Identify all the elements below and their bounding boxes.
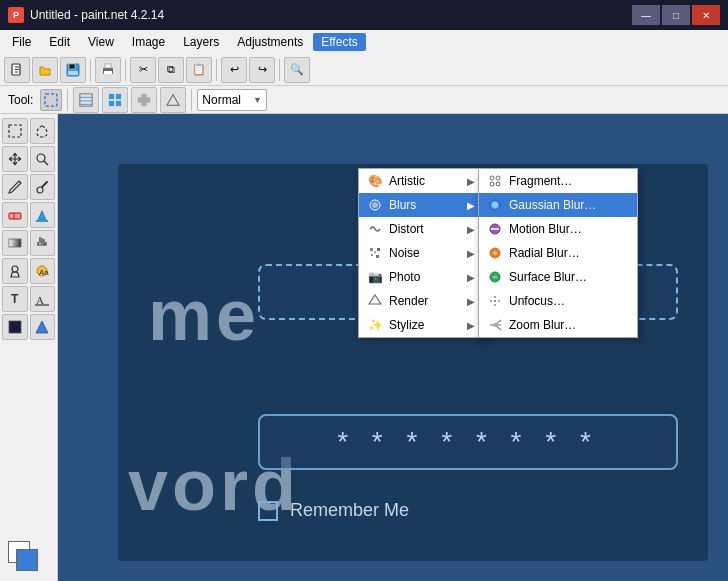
blend-icon-3[interactable] [131,87,157,113]
toolbar2-sep2 [191,89,192,111]
tool-row-6: Aa [2,258,55,284]
svg-point-50 [492,202,498,208]
save-button[interactable] [60,57,86,83]
tool-text[interactable]: T [2,286,28,312]
svg-point-38 [372,202,378,208]
svg-rect-35 [9,321,21,333]
zoom-in-button[interactable]: 🔍 [284,57,310,83]
window-controls: — □ ✕ [632,5,720,25]
main-toolbar: ✂ ⧉ 📋 ↩ ↪ 🔍 [0,54,728,86]
color-preview[interactable] [8,541,38,571]
svg-point-47 [490,182,494,186]
tool-zoom[interactable] [30,146,56,172]
menu-edit[interactable]: Edit [41,33,78,51]
menu-file[interactable]: File [4,33,39,51]
svg-line-24 [44,161,48,165]
surface-icon [487,269,503,285]
effects-stylize[interactable]: ✨ Stylize ▶ [359,313,487,337]
effects-distort[interactable]: Distort ▶ [359,217,487,241]
motion-label: Motion Blur… [509,222,582,236]
artistic-arrow: ▶ [467,176,475,187]
blur-radial[interactable]: Radial Blur… [479,241,637,265]
effects-photo[interactable]: 📷 Photo ▶ [359,265,487,289]
effects-dropdown: 🎨 Artistic ▶ Blurs ▶ [358,168,488,338]
effects-render[interactable]: Render ▶ [359,289,487,313]
svg-marker-36 [36,321,48,333]
undo-button[interactable]: ↩ [221,57,247,83]
tool-move[interactable] [2,146,28,172]
menu-view[interactable]: View [80,33,122,51]
new-button[interactable] [4,57,30,83]
tool-eraser[interactable] [2,202,28,228]
remember-me-checkbox[interactable] [258,501,278,521]
svg-rect-15 [109,93,114,98]
effects-noise[interactable]: Noise ▶ [359,241,487,265]
blend-icon-1[interactable] [73,87,99,113]
svg-marker-44 [369,295,381,304]
menu-image[interactable]: Image [124,33,173,51]
blurs-submenu: Fragment… Gaussian Blur… [478,168,638,338]
svg-rect-42 [371,254,373,256]
radial-label: Radial Blur… [509,246,580,260]
blur-motion[interactable]: Motion Blur… [479,217,637,241]
tool-fill[interactable] [30,202,56,228]
paste-button[interactable]: 📋 [186,57,212,83]
open-button[interactable] [32,57,58,83]
tool-recolor[interactable]: Aa [30,258,56,284]
svg-rect-6 [68,71,78,75]
tool-clone-stamp[interactable] [2,258,28,284]
tool-shape2[interactable] [30,314,56,340]
photo-label: Photo [389,270,420,284]
active-tool-icon [40,89,62,111]
tool-row-3 [2,174,55,200]
menu-effects[interactable]: Effects [313,33,365,51]
tool-rectangle-select[interactable] [2,118,28,144]
stylize-arrow: ▶ [467,320,475,331]
photo-icon: 📷 [367,269,383,285]
svg-rect-20 [142,93,147,105]
svg-point-62 [493,323,497,327]
cut-button[interactable]: ✂ [130,57,156,83]
blur-fragment[interactable]: Fragment… [479,169,637,193]
tool-brush[interactable] [30,174,56,200]
window-title: Untitled - paint.net 4.2.14 [30,8,164,22]
tool-row-7: T A [2,286,55,312]
svg-marker-21 [167,94,179,105]
photo-arrow: ▶ [467,272,475,283]
tool-gradient[interactable] [2,230,28,256]
copy-button[interactable]: ⧉ [158,57,184,83]
blend-mode-dropdown[interactable]: Normal ▼ [197,89,267,111]
tool-line[interactable] [2,314,28,340]
blur-unfocus[interactable]: Unfocus… [479,289,637,313]
menu-adjustments[interactable]: Adjustments [229,33,311,51]
svg-point-45 [490,176,494,180]
blend-icon-4[interactable] [160,87,186,113]
effects-artistic[interactable]: 🎨 Artistic ▶ [359,169,487,193]
svg-rect-28 [36,220,48,222]
svg-rect-26 [9,213,21,219]
background-color[interactable] [16,549,38,571]
close-button[interactable]: ✕ [692,5,720,25]
blur-gaussian[interactable]: Gaussian Blur… [479,193,637,217]
blend-mode-label: Normal [202,93,241,107]
redo-button[interactable]: ↪ [249,57,275,83]
tool-pan[interactable] [30,230,56,256]
svg-text:A: A [36,294,44,306]
main-area: Aa T A [0,114,728,581]
title-bar: P Untitled - paint.net 4.2.14 — □ ✕ [0,0,728,30]
menu-layers[interactable]: Layers [175,33,227,51]
maximize-button[interactable]: □ [662,5,690,25]
svg-point-30 [12,266,18,272]
tool-lasso[interactable] [30,118,56,144]
blur-surface[interactable]: Surface Blur… [479,265,637,289]
minimize-button[interactable]: — [632,5,660,25]
print-button[interactable] [95,57,121,83]
svg-point-23 [37,154,45,162]
tool-shapes[interactable]: A [30,286,56,312]
tool-pencil[interactable] [2,174,28,200]
blend-icon-2[interactable] [102,87,128,113]
remember-me-row: Remember Me [258,500,409,521]
blur-zoom[interactable]: Zoom Blur… [479,313,637,337]
effects-blurs[interactable]: Blurs ▶ [359,193,487,217]
noise-arrow: ▶ [467,248,475,259]
